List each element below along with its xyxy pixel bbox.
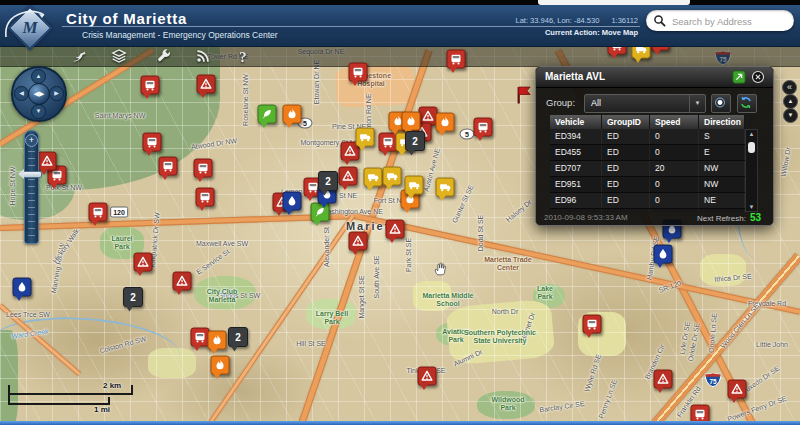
zoom-slider-ticks xyxy=(28,151,35,237)
marker-truck-red[interactable] xyxy=(194,159,213,178)
vehicle-row[interactable]: ED394ED0S xyxy=(550,129,745,145)
refresh-icon[interactable] xyxy=(737,94,757,113)
vehicle-row[interactable]: ED96ED0NE xyxy=(550,193,745,209)
marker-cluster[interactable]: 2 xyxy=(318,171,338,191)
column-header[interactable]: GroupID xyxy=(602,115,650,129)
close-icon[interactable] xyxy=(751,70,765,84)
group-dropdown-value: All xyxy=(591,98,601,108)
zoom-slider-handle[interactable] xyxy=(22,171,42,178)
marker-warning[interactable] xyxy=(418,367,437,386)
zoom-slider[interactable]: + xyxy=(24,130,39,244)
marker-truck-red[interactable] xyxy=(691,405,710,421)
pan-control[interactable]: ▲ ▼ ◀ ▶ ◀▶ xyxy=(11,66,67,122)
table-cell: S xyxy=(699,129,745,144)
pan-down-button[interactable]: ▼ xyxy=(31,104,46,119)
table-cell: NW xyxy=(699,161,745,176)
table-cell: ED xyxy=(602,161,650,176)
marker-truck-red[interactable] xyxy=(141,76,160,95)
marker-cluster[interactable]: 2 xyxy=(123,287,143,307)
marker-truck-yellow[interactable] xyxy=(405,176,424,195)
table-cell: 0 xyxy=(650,177,699,192)
pan-right-button[interactable]: ▶ xyxy=(49,86,64,101)
marker-truck-red[interactable] xyxy=(196,188,215,207)
next-refresh-countdown: 53 xyxy=(750,212,761,223)
column-header[interactable]: Vehicle xyxy=(550,115,602,129)
marker-truck-yellow[interactable] xyxy=(364,168,383,187)
table-cell: ED707 xyxy=(550,161,602,176)
marker-unit-green[interactable] xyxy=(258,105,277,124)
marker-truck-red[interactable] xyxy=(608,46,627,55)
marker-warning[interactable] xyxy=(197,75,216,94)
scroll-down-icon[interactable]: ▼ xyxy=(746,204,757,210)
marker-water[interactable] xyxy=(283,192,302,211)
header: M City of Marietta Crisis Management - E… xyxy=(0,5,800,47)
pan-up-button[interactable]: ▲ xyxy=(31,69,46,84)
marker-truck-yellow[interactable] xyxy=(436,178,455,197)
marker-truck-red[interactable] xyxy=(159,157,178,176)
table-cell: ED951 xyxy=(550,177,602,192)
marker-warning[interactable] xyxy=(728,380,747,399)
locate-vehicle-button[interactable] xyxy=(711,94,731,113)
group-label: Group: xyxy=(546,97,575,108)
marker-truck-red[interactable] xyxy=(583,315,602,334)
city-logo: M xyxy=(7,5,52,50)
marker-fire[interactable] xyxy=(208,331,227,350)
marker-truck-red[interactable] xyxy=(447,50,466,69)
marker-cluster[interactable]: 2 xyxy=(228,327,248,347)
marker-fire[interactable] xyxy=(436,113,455,132)
current-action: Current Action: Move Map xyxy=(545,28,638,37)
app-window: M City of Marietta Crisis Management - E… xyxy=(0,0,800,425)
marker-warning[interactable] xyxy=(386,220,405,239)
vehicle-row[interactable]: ED707ED20NW xyxy=(550,161,745,177)
column-header[interactable]: Speed xyxy=(650,115,699,129)
header-divider xyxy=(62,26,640,27)
marker-warning[interactable] xyxy=(339,167,358,186)
pan-left-button[interactable]: ◀ xyxy=(14,86,29,101)
scrollbar-thumb[interactable] xyxy=(748,142,755,153)
marker-unit-green[interactable] xyxy=(311,203,330,222)
group-dropdown[interactable]: All ▼ xyxy=(584,94,706,113)
vehicle-row[interactable]: ED455ED0E xyxy=(550,145,745,161)
marker-warning[interactable] xyxy=(38,152,57,171)
panel-resize-icon[interactable] xyxy=(732,70,746,84)
marker-fire[interactable] xyxy=(402,112,421,131)
table-cell: ED394 xyxy=(550,129,602,144)
marker-warning[interactable] xyxy=(654,370,673,389)
table-cell: ED xyxy=(602,129,650,144)
column-header[interactable]: Direction xyxy=(699,115,745,129)
marker-truck-red[interactable] xyxy=(143,133,162,152)
search-input[interactable] xyxy=(670,11,792,31)
marker-truck-yellow[interactable] xyxy=(356,128,375,147)
dock-down-button[interactable]: ▼ xyxy=(783,108,798,123)
marker-flag[interactable] xyxy=(513,83,530,100)
marker-warning[interactable] xyxy=(349,232,368,251)
vehicle-row[interactable]: ED951ED0NW xyxy=(550,177,745,193)
panel-title-bar[interactable]: Marietta AVL xyxy=(536,67,773,88)
search-icon xyxy=(653,14,666,27)
marker-truck-red[interactable] xyxy=(89,203,108,222)
marker-fire[interactable] xyxy=(211,356,230,375)
dock-collapse-button[interactable]: « xyxy=(782,80,797,95)
dock-up-button[interactable]: ▲ xyxy=(783,94,798,109)
marker-truck-yellow[interactable] xyxy=(383,167,402,186)
marker-truck-red[interactable] xyxy=(349,63,368,82)
table-cell: NE xyxy=(699,193,745,208)
marker-fire[interactable] xyxy=(283,105,302,124)
table-cell: 0 xyxy=(650,209,699,212)
marker-truck-red[interactable] xyxy=(474,118,493,137)
zoom-in-button[interactable]: + xyxy=(25,134,38,147)
marker-truck-yellow[interactable] xyxy=(632,46,651,59)
address-search xyxy=(646,10,794,31)
marker-warning[interactable] xyxy=(134,253,153,272)
marker-cluster[interactable]: 2 xyxy=(405,131,425,151)
table-cell: E xyxy=(699,145,745,160)
table-scrollbar[interactable]: ▲ ▼ xyxy=(745,129,758,212)
full-extent-button[interactable]: ◀▶ xyxy=(28,83,50,105)
chevron-down-icon: ▼ xyxy=(689,95,705,112)
marker-water[interactable] xyxy=(13,278,32,297)
table-cell: ED xyxy=(602,177,650,192)
marker-water[interactable] xyxy=(654,245,673,264)
map-canvas[interactable]: Tower Rd NESequoia Dr NERoselane St NWEt… xyxy=(0,46,800,421)
scroll-up-icon[interactable]: ▲ xyxy=(746,131,757,137)
marker-warning[interactable] xyxy=(173,272,192,291)
